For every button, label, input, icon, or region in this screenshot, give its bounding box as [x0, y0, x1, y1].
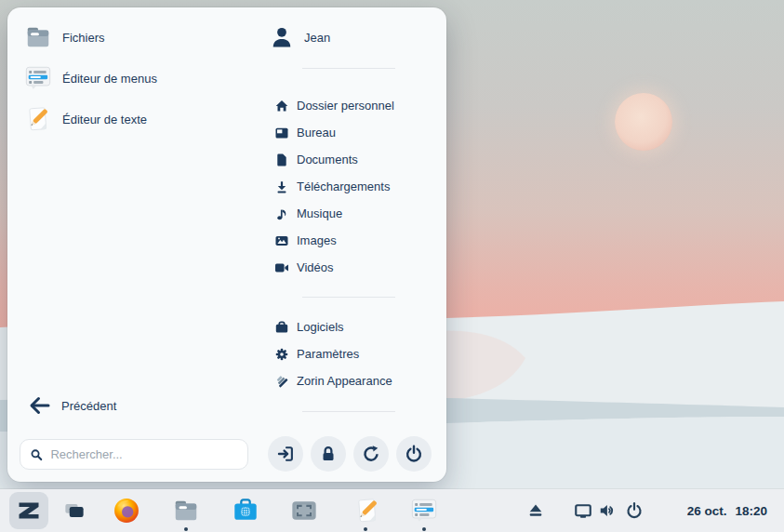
window-switcher-icon: [61, 499, 87, 523]
system-label: Logiciels: [297, 320, 344, 334]
place-label: Téléchargements: [297, 180, 390, 193]
screenshot-tool-icon: [290, 497, 318, 525]
back-arrow-icon: [26, 392, 52, 419]
window-switcher-button[interactable]: [61, 499, 87, 523]
lock-button[interactable]: [311, 436, 346, 472]
user-avatar-icon: [270, 25, 294, 49]
apps-column: Fichiers Éditeur de menus: [24, 17, 157, 140]
search-box: [20, 439, 248, 470]
clock-time: 18:20: [735, 504, 767, 518]
menu-editor-icon: [24, 64, 52, 92]
running-indicator: [422, 527, 426, 531]
divider: [302, 411, 395, 412]
display-button[interactable]: [574, 501, 592, 520]
session-buttons: [268, 436, 432, 472]
menu-item-software[interactable]: Logiciels: [267, 313, 444, 340]
clock[interactable]: 26 oct. 18:20: [687, 489, 767, 532]
place-downloads[interactable]: Téléchargements: [267, 173, 444, 200]
menu-editor-launcher[interactable]: [410, 497, 438, 525]
place-label: Vidéos: [297, 260, 334, 274]
back-label: Précédent: [61, 399, 116, 413]
download-icon: [274, 180, 289, 194]
places-column: Jean Dossier personnel Bureau: [267, 19, 444, 412]
place-music[interactable]: Musique: [267, 200, 444, 227]
divider: [302, 68, 395, 69]
restart-button[interactable]: [353, 436, 389, 472]
briefcase-icon: [274, 320, 289, 335]
menu-item-label: Éditeur de menus: [62, 72, 157, 86]
place-label: Bureau: [297, 126, 336, 140]
logout-button[interactable]: [268, 436, 303, 472]
user-name: Jean: [304, 31, 330, 45]
place-label: Images: [297, 233, 337, 247]
zorin-appearance-icon: [274, 374, 289, 389]
user-row[interactable]: Jean: [267, 19, 444, 56]
volume-button[interactable]: [598, 501, 617, 520]
image-icon: [274, 233, 289, 248]
menu-item-files[interactable]: Fichiers: [24, 17, 157, 58]
document-icon: [274, 153, 289, 167]
zorin-app-menu: Fichiers Éditeur de menus: [7, 7, 446, 482]
running-indicator: [184, 527, 188, 531]
place-home[interactable]: Dossier personnel: [267, 92, 444, 119]
power-status-button[interactable]: [626, 502, 644, 520]
places-list: Dossier personnel Bureau Documents: [267, 92, 444, 281]
place-label: Musique: [297, 206, 342, 220]
taskbar: 26 oct. 18:20: [0, 489, 784, 532]
menu-item-label: Fichiers: [62, 31, 105, 45]
software-store-launcher[interactable]: [232, 497, 259, 525]
place-desktop[interactable]: Bureau: [267, 119, 444, 146]
file-manager-icon: [24, 23, 52, 51]
zorin-menu-button[interactable]: [16, 498, 42, 524]
back-button[interactable]: Précédent: [26, 392, 116, 419]
system-list: Logiciels Paramètres: [267, 313, 444, 394]
search-icon: [30, 447, 43, 462]
place-videos[interactable]: Vidéos: [267, 254, 444, 281]
firefox-icon: [113, 497, 140, 525]
music-note-icon: [274, 206, 289, 221]
search-input[interactable]: [50, 447, 238, 461]
menu-item-settings[interactable]: Paramètres: [267, 340, 444, 367]
text-editor-icon: [353, 497, 381, 525]
place-documents[interactable]: Documents: [267, 146, 444, 173]
video-camera-icon: [274, 260, 289, 275]
power-icon: [405, 445, 423, 463]
place-label: Documents: [297, 153, 358, 166]
place-pictures[interactable]: Images: [267, 227, 444, 254]
home-icon: [274, 99, 289, 113]
menu-item-zorin-appearance[interactable]: Zorin Appearance: [267, 367, 444, 394]
menu-item-text-editor[interactable]: Éditeur de texte: [24, 99, 157, 140]
file-manager-icon: [172, 497, 200, 525]
clock-date: 26 oct.: [687, 504, 727, 518]
firefox-launcher[interactable]: [113, 497, 140, 525]
eject-button[interactable]: [527, 502, 545, 520]
system-label: Paramètres: [297, 347, 359, 361]
text-editor-launcher[interactable]: [353, 497, 381, 525]
logout-icon: [276, 445, 295, 463]
software-store-icon: [232, 497, 259, 525]
menu-item-label: Éditeur de texte: [62, 113, 147, 126]
running-indicator: [364, 527, 367, 531]
eject-icon: [527, 502, 545, 520]
zorin-logo-icon: [16, 498, 42, 524]
restart-icon: [362, 445, 380, 463]
power-icon: [626, 502, 644, 520]
text-editor-icon: [24, 105, 52, 133]
power-button[interactable]: [396, 436, 432, 472]
menu-item-menu-editor[interactable]: Éditeur de menus: [24, 58, 157, 99]
file-manager-launcher[interactable]: [172, 497, 200, 525]
divider: [302, 297, 395, 298]
system-label: Zorin Appearance: [297, 374, 392, 388]
display-icon: [574, 501, 592, 520]
lock-icon: [319, 445, 338, 463]
menu-editor-icon: [410, 497, 438, 525]
volume-icon: [598, 501, 617, 520]
place-label: Dossier personnel: [297, 99, 394, 113]
screenshot-tool-launcher[interactable]: [290, 497, 318, 525]
gear-icon: [274, 347, 289, 362]
desktop-icon: [274, 126, 289, 140]
